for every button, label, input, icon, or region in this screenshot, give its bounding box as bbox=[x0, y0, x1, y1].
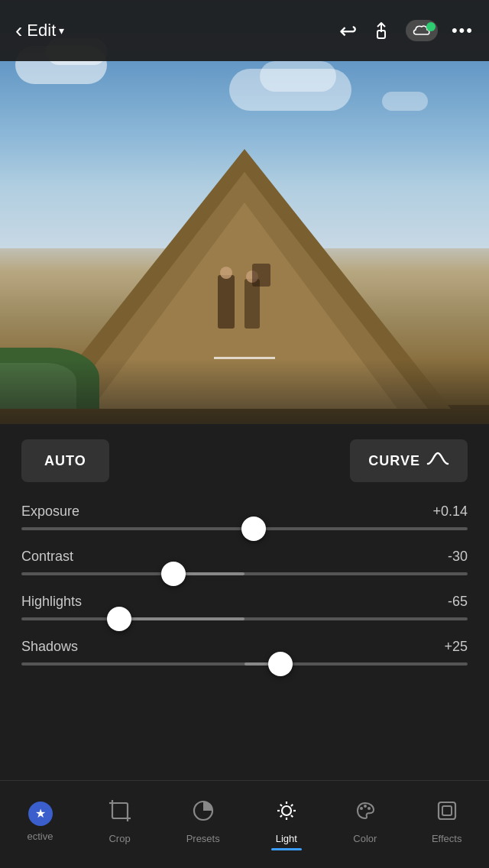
svg-point-16 bbox=[360, 807, 363, 810]
slider-track-contrast[interactable] bbox=[21, 572, 468, 575]
slider-label-shadows: Shadows bbox=[21, 639, 78, 655]
slider-label-exposure: Exposure bbox=[21, 504, 79, 520]
nav-label-presets: Presets bbox=[186, 833, 220, 844]
undo-button[interactable]: ↩ bbox=[339, 18, 357, 44]
svg-rect-1 bbox=[112, 803, 128, 818]
slider-value-highlights: -65 bbox=[448, 594, 468, 610]
star-icon: ★ bbox=[35, 806, 46, 821]
slider-label-contrast: Contrast bbox=[21, 549, 73, 565]
more-options-button[interactable]: ••• bbox=[452, 21, 474, 40]
svg-line-12 bbox=[280, 805, 282, 806]
nav-item-selective[interactable]: ★ ective bbox=[28, 802, 53, 848]
dropdown-arrow-icon[interactable]: ▾ bbox=[59, 24, 64, 37]
presets-icon bbox=[191, 798, 215, 828]
edit-label: Edit bbox=[27, 21, 56, 40]
nav-item-presets[interactable]: Presets bbox=[186, 798, 220, 850]
color-icon bbox=[353, 798, 377, 828]
photo-area bbox=[0, 0, 489, 451]
effects-icon bbox=[435, 798, 459, 828]
slider-header-exposure: Exposure +0.14 bbox=[21, 504, 468, 520]
slider-track-exposure[interactable] bbox=[21, 527, 468, 530]
light-icon bbox=[274, 798, 299, 828]
slider-value-shadows: +25 bbox=[444, 639, 468, 655]
slider-section-contrast: Contrast -30 bbox=[21, 549, 468, 575]
svg-rect-19 bbox=[439, 802, 455, 819]
nav-item-crop[interactable]: Crop bbox=[108, 798, 132, 850]
slider-header-contrast: Contrast -30 bbox=[21, 549, 468, 565]
back-button[interactable]: ‹ bbox=[15, 18, 22, 43]
slider-header-shadows: Shadows +25 bbox=[21, 639, 468, 655]
nav-label-crop: Crop bbox=[108, 833, 130, 844]
nav-label-color: Color bbox=[353, 833, 377, 844]
svg-rect-20 bbox=[442, 806, 452, 815]
controls-panel: AUTO CURVE Exposure +0.14 Contrast -30 bbox=[0, 424, 489, 780]
header-icons-right: ↩ ••• bbox=[339, 18, 474, 44]
nav-item-effects[interactable]: Effects bbox=[432, 798, 462, 850]
three-dots-icon: ••• bbox=[452, 21, 474, 40]
slider-track-highlights[interactable] bbox=[21, 617, 468, 620]
svg-line-15 bbox=[280, 815, 282, 817]
slider-section-exposure: Exposure +0.14 bbox=[21, 504, 468, 530]
nav-label-light: Light bbox=[276, 833, 297, 844]
selective-badge: ★ bbox=[28, 802, 53, 826]
header-title: Edit ▾ bbox=[27, 21, 64, 40]
nav-label-effects: Effects bbox=[432, 833, 462, 844]
nav-item-light[interactable]: Light bbox=[274, 798, 299, 850]
slider-value-exposure: +0.14 bbox=[432, 504, 468, 520]
nav-item-color[interactable]: Color bbox=[353, 798, 377, 850]
slider-header-highlights: Highlights -65 bbox=[21, 594, 468, 610]
share-button[interactable] bbox=[371, 20, 392, 41]
slider-label-highlights: Highlights bbox=[21, 594, 82, 610]
slider-thumb-highlights[interactable] bbox=[107, 607, 131, 631]
svg-point-17 bbox=[364, 805, 367, 808]
slider-section-shadows: Shadows +25 bbox=[21, 639, 468, 666]
svg-point-7 bbox=[282, 806, 291, 815]
header-left: ‹ Edit ▾ bbox=[15, 18, 64, 43]
curve-button[interactable]: CURVE bbox=[350, 439, 468, 482]
action-buttons-row: AUTO CURVE bbox=[21, 439, 468, 482]
cloud-sync-dot bbox=[426, 22, 436, 31]
slider-thumb-contrast[interactable] bbox=[161, 562, 186, 586]
nav-active-indicator bbox=[271, 848, 302, 850]
svg-line-14 bbox=[291, 805, 293, 806]
crop-icon bbox=[108, 798, 132, 828]
sliders-container: Exposure +0.14 Contrast -30 Highlights -… bbox=[21, 504, 468, 666]
slider-thumb-exposure[interactable] bbox=[241, 517, 266, 541]
auto-button[interactable]: AUTO bbox=[21, 439, 109, 482]
svg-line-13 bbox=[291, 815, 293, 817]
nav-label-selective: ective bbox=[28, 831, 53, 842]
slider-thumb-shadows[interactable] bbox=[268, 652, 293, 676]
slider-track-shadows[interactable] bbox=[21, 662, 468, 666]
bottom-nav: ★ ective Crop Presets bbox=[0, 780, 489, 868]
slider-value-contrast: -30 bbox=[448, 549, 468, 565]
slider-section-highlights: Highlights -65 bbox=[21, 594, 468, 620]
slider-fill-highlights bbox=[119, 617, 244, 620]
cloud-sync-icon[interactable] bbox=[406, 20, 438, 41]
svg-point-18 bbox=[368, 807, 371, 810]
curve-line-icon bbox=[426, 450, 449, 471]
header: ‹ Edit ▾ ↩ ••• bbox=[0, 0, 489, 61]
